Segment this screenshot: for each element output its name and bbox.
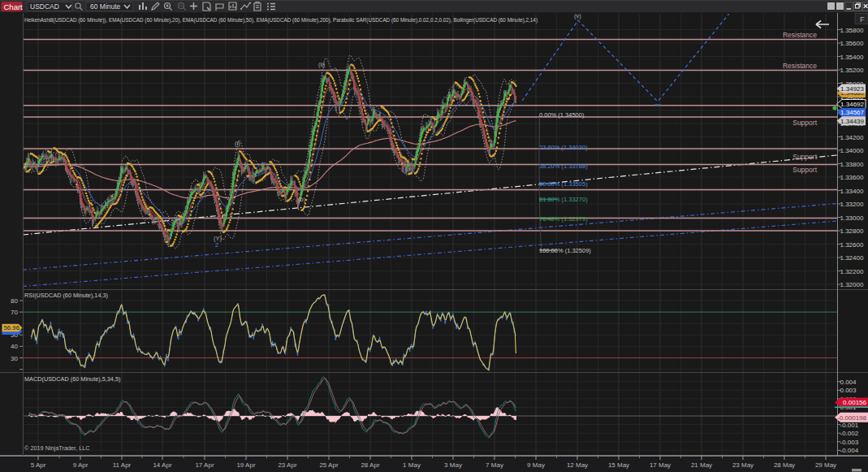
svg-text:F: F	[860, 15, 865, 24]
svg-text:1.34923: 1.34923	[840, 85, 864, 93]
svg-text:-0.003: -0.003	[840, 439, 859, 446]
svg-text:MACD(USDCAD (60 Minute),5,34,5: MACD(USDCAD (60 Minute),5,34,5)	[24, 375, 120, 383]
svg-text:(v): (v)	[574, 12, 581, 19]
svg-text:© 2019 NinjaTrader, LLC: © 2019 NinjaTrader, LLC	[24, 444, 90, 452]
svg-text:Resistance: Resistance	[783, 31, 817, 39]
svg-text:1.32600: 1.32600	[840, 241, 864, 249]
svg-text:30: 30	[11, 355, 18, 362]
svg-text:(a): (a)	[405, 166, 413, 173]
svg-text:1.33600: 1.33600	[840, 174, 864, 181]
svg-text:Support: Support	[792, 166, 817, 174]
svg-text:1.32800: 1.32800	[840, 227, 864, 235]
svg-text:0.00% (1.34500): 0.00% (1.34500)	[539, 111, 585, 119]
svg-text:Support: Support	[792, 153, 817, 161]
svg-text:25 Apr: 25 Apr	[319, 461, 338, 469]
svg-text:Chart: Chart	[4, 2, 24, 11]
svg-text:5 Apr: 5 Apr	[31, 461, 46, 469]
svg-text:1.32400: 1.32400	[840, 254, 864, 262]
svg-text:2: 2	[215, 241, 218, 249]
svg-text:40: 40	[11, 343, 18, 350]
svg-text:HeikenAshi8(USDCAD (60 Minute): HeikenAshi8(USDCAD (60 Minute)), EMA(USD…	[24, 16, 538, 24]
svg-text:19 Apr: 19 Apr	[236, 461, 255, 469]
svg-text:-0.004: -0.004	[840, 447, 859, 454]
svg-text:1.34567: 1.34567	[840, 109, 864, 116]
svg-text:1.35600: 1.35600	[840, 40, 864, 47]
svg-text:80: 80	[11, 297, 18, 305]
svg-text:3 May: 3 May	[444, 461, 462, 469]
svg-text:-0.000198: -0.000198	[837, 414, 867, 422]
svg-text:9 Apr: 9 Apr	[73, 461, 89, 469]
svg-text:0.003: 0.003	[840, 387, 857, 394]
svg-text:1.34439: 1.34439	[840, 118, 864, 125]
svg-text:17 Apr: 17 Apr	[195, 461, 214, 469]
svg-text:17 May: 17 May	[650, 461, 671, 469]
svg-text:-0.002: -0.002	[840, 430, 859, 437]
svg-text:1 May: 1 May	[403, 461, 421, 469]
svg-text:-0.001: -0.001	[840, 422, 859, 429]
svg-text:1.35800: 1.35800	[840, 27, 864, 34]
svg-text:9 May: 9 May	[527, 461, 545, 469]
svg-text:0.004: 0.004	[840, 379, 857, 386]
svg-text:USDCAD: USDCAD	[30, 2, 59, 11]
svg-text:1.35200: 1.35200	[840, 67, 864, 74]
svg-text:7 May: 7 May	[486, 461, 503, 469]
svg-text:23 May: 23 May	[732, 461, 754, 469]
svg-text:1.34000: 1.34000	[840, 147, 864, 154]
svg-text:60 Minute: 60 Minute	[90, 2, 121, 11]
svg-text:1.35400: 1.35400	[840, 54, 864, 61]
svg-text:11 Apr: 11 Apr	[113, 461, 132, 469]
svg-text:0.00156: 0.00156	[843, 399, 866, 406]
svg-text:Resistance: Resistance	[783, 62, 817, 70]
svg-text:1.33800: 1.33800	[840, 161, 864, 168]
svg-text:Support: Support	[792, 119, 817, 127]
svg-text:28 Apr: 28 Apr	[361, 461, 379, 469]
svg-text:1.34200: 1.34200	[840, 134, 864, 141]
svg-text:1.34692: 1.34692	[840, 101, 864, 108]
svg-text:70: 70	[11, 309, 18, 316]
svg-text:23 Apr: 23 Apr	[278, 461, 296, 469]
svg-text:14 Apr: 14 Apr	[153, 461, 171, 469]
svg-text:21 May: 21 May	[691, 461, 712, 469]
svg-text:12 May: 12 May	[567, 461, 588, 469]
svg-text:RSI(USDCAD (60 Minute),14,3): RSI(USDCAD (60 Minute),14,3)	[24, 292, 108, 299]
svg-text:(ii): (ii)	[318, 61, 326, 68]
svg-text:56.96: 56.96	[4, 324, 20, 331]
svg-text:1.32000: 1.32000	[840, 281, 864, 288]
svg-text:38.20% (1.33788): 38.20% (1.33788)	[539, 162, 588, 170]
svg-text:29 May: 29 May	[815, 461, 836, 469]
svg-text:1.33000: 1.33000	[840, 214, 864, 222]
svg-text:1.32200: 1.32200	[840, 268, 864, 275]
svg-text:1.33200: 1.33200	[840, 201, 864, 208]
svg-text:28 May: 28 May	[774, 461, 795, 469]
svg-text:(b): (b)	[298, 196, 306, 203]
svg-text:15 May: 15 May	[608, 461, 629, 469]
svg-text:23.60% (1.34030): 23.60% (1.34030)	[539, 144, 588, 151]
svg-text:1.33400: 1.33400	[840, 188, 864, 195]
svg-text:(i): (i)	[235, 140, 240, 147]
